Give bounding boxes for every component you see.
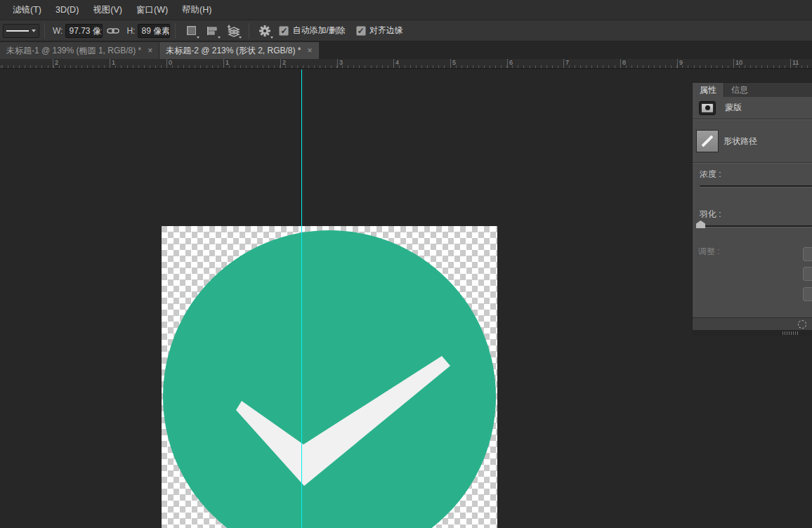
auto-add-delete-label: 自动添加/删除: [292, 25, 345, 37]
chevron-down-icon: [239, 37, 242, 39]
adjust-button-3[interactable]: [803, 287, 812, 301]
grip-icon: [782, 331, 798, 335]
panel-tab-bar: 属性信息: [693, 83, 812, 97]
ruler-major-tick: [110, 59, 110, 69]
auto-add-delete-checkbox[interactable]: ✓: [279, 26, 289, 36]
path-operations-icon: [187, 26, 196, 35]
close-icon[interactable]: ×: [148, 46, 152, 55]
ruler-number: 2: [282, 59, 286, 66]
geometry-options-button[interactable]: [256, 22, 273, 39]
ruler-number: 7: [565, 59, 569, 66]
ruler-major-tick: [223, 59, 224, 69]
menu-item-5[interactable]: 帮助(H): [175, 0, 218, 20]
density-slider[interactable]: [700, 185, 812, 187]
shape-path-row[interactable]: 形状路径: [693, 120, 812, 162]
feather-label: 羽化 :: [700, 209, 721, 220]
ruler-major-tick: [280, 59, 281, 69]
ruler-number: 9: [679, 59, 683, 66]
mask-row[interactable]: 蒙版: [693, 97, 812, 119]
shape-path-thumbnail[interactable]: [696, 130, 719, 152]
line-shape-icon: [702, 136, 714, 147]
ruler-number: 2: [55, 59, 58, 66]
ruler-major-tick: [393, 59, 394, 69]
ruler-major-tick: [563, 59, 564, 69]
panel-resize-strip[interactable]: [692, 330, 812, 336]
panel-bottom-bar: [693, 317, 812, 331]
document-tab-title: 未标题-2 @ 213% (形状 2, RGB/8) *: [166, 45, 301, 57]
load-selection-icon[interactable]: [798, 320, 806, 329]
close-icon[interactable]: ×: [307, 46, 312, 55]
ruler-minor-ticks: [0, 65, 812, 68]
horizontal-ruler[interactable]: 2101234567891011: [0, 59, 812, 69]
mask-icon: [699, 101, 716, 115]
ruler-number: 4: [395, 59, 399, 66]
stroke-preview-icon: [6, 30, 29, 32]
menu-item-1[interactable]: 滤镜(T): [6, 0, 48, 20]
adjust-button-1[interactable]: [803, 247, 812, 261]
ruler-number: 1: [112, 59, 115, 66]
link-dimensions-button[interactable]: [105, 22, 122, 39]
ruler-number: 1: [225, 59, 229, 66]
properties-panel: 属性信息 蒙版 形状路径 浓度 : 羽化 : 调整 :: [692, 82, 812, 330]
green-circle-shape[interactable]: [163, 230, 496, 528]
ruler-number: 10: [735, 59, 742, 66]
ruler-major-tick: [166, 59, 167, 69]
ruler-major-tick: [733, 59, 734, 69]
chevron-down-icon: [32, 29, 36, 32]
ruler-major-tick: [677, 59, 678, 69]
document-tab-1[interactable]: 未标题-1 @ 139% (椭圆 1, RGB/8) *×: [0, 42, 159, 59]
tool-options-bar: W: 97.73 像素 H: 89 像素: [0, 20, 812, 41]
vertical-guide[interactable]: [301, 70, 302, 528]
mask-label: 蒙版: [725, 102, 742, 114]
chevron-down-icon: [218, 37, 221, 39]
chevron-down-icon: [197, 37, 199, 39]
width-input[interactable]: 97.73 像素: [65, 24, 103, 38]
adjust-label: 调整 :: [698, 246, 720, 258]
menu-item-3[interactable]: 视图(V): [86, 0, 129, 20]
menu-item-2[interactable]: 3D(D): [48, 0, 86, 20]
ruler-number: 11: [792, 59, 799, 66]
document-canvas[interactable]: [162, 226, 497, 528]
menu-bar: 滤镜(T)3D(D)视图(V)窗口(W)帮助(H): [0, 0, 812, 20]
document-tab-2[interactable]: 未标题-2 @ 213% (形状 2, RGB/8) *×: [159, 42, 318, 59]
ruler-number: 0: [169, 59, 172, 66]
document-tab-title: 未标题-1 @ 139% (椭圆 1, RGB/8) *: [6, 45, 141, 57]
path-arrangement-button[interactable]: [225, 22, 242, 39]
separator: [44, 23, 45, 39]
shape-path-label: 形状路径: [723, 136, 757, 147]
ruler-major-tick: [507, 59, 508, 69]
path-operations-button[interactable]: [183, 22, 199, 39]
ruler-major-tick: [450, 59, 451, 69]
menu-item-4[interactable]: 窗口(W): [129, 0, 175, 20]
height-label: H:: [126, 26, 135, 36]
align-edges-checkbox[interactable]: ✓: [356, 26, 366, 36]
chevron-down-icon: [270, 37, 273, 39]
divider: [693, 162, 812, 164]
feather-slider[interactable]: [700, 225, 812, 227]
stroke-preset-dropdown[interactable]: [3, 24, 39, 38]
panel-tab-info[interactable]: 信息: [723, 83, 755, 97]
separator: [175, 23, 176, 39]
density-label: 浓度 :: [700, 169, 721, 180]
align-edges-label: 对齐边缘: [369, 25, 403, 37]
feather-slider-thumb[interactable]: [696, 220, 705, 228]
ruler-number: 6: [509, 59, 513, 66]
document-tab-bar: 未标题-1 @ 139% (椭圆 1, RGB/8) *×未标题-2 @ 213…: [0, 42, 812, 59]
panel-tab-properties[interactable]: 属性: [693, 83, 723, 97]
separator: [249, 23, 249, 39]
ruler-major-tick: [337, 59, 338, 69]
canvas-viewport[interactable]: [0, 70, 812, 528]
ruler-major-tick: [620, 59, 621, 69]
artwork: [162, 226, 497, 528]
ruler-major-tick: [790, 59, 791, 69]
ruler-major-tick: [53, 59, 53, 69]
ruler-number: 8: [622, 59, 626, 66]
adjust-button-2[interactable]: [803, 267, 812, 281]
path-alignment-button[interactable]: [204, 22, 221, 39]
photoshop-window: { "menu_bar": { "items": ["滤镜(T)", "3D(D…: [0, 0, 812, 528]
ruler-number: 3: [339, 59, 343, 66]
height-input[interactable]: 89 像素: [138, 24, 170, 38]
width-label: W:: [53, 26, 63, 36]
ruler-number: 5: [452, 59, 456, 66]
